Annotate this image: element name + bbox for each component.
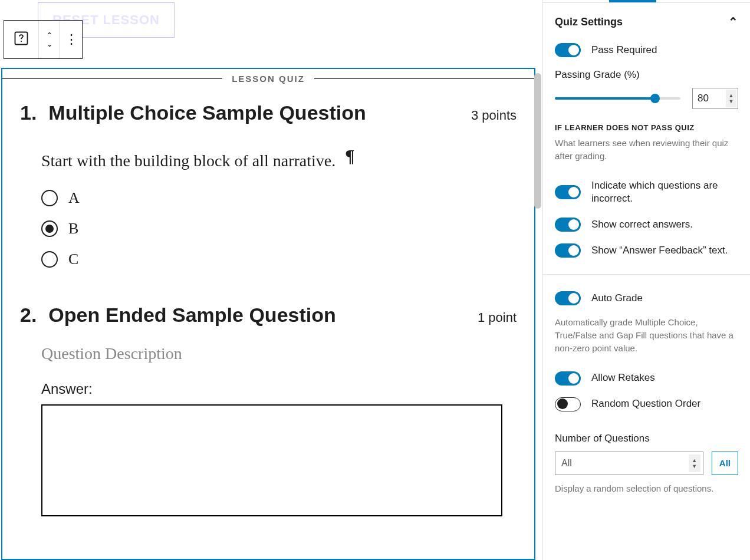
toggle-label: Show “Answer Feedback” text. — [591, 244, 738, 258]
num-questions-help: Display a random selection of questions. — [555, 482, 738, 495]
passing-grade-label: Passing Grade (%) — [555, 63, 738, 88]
question-number: 1. — [20, 101, 37, 124]
answer-textarea[interactable] — [41, 404, 502, 516]
editor-scrollbar[interactable] — [534, 73, 541, 209]
num-questions-all-button[interactable]: All — [712, 452, 738, 475]
radio-icon[interactable] — [41, 220, 58, 237]
question-title[interactable]: Open Ended Sample Question — [48, 304, 466, 327]
panel-title: Quiz Settings — [555, 16, 623, 28]
auto-grade-help: Automatically grade Multiple Choice, Tru… — [555, 316, 738, 354]
toggle-show-feedback[interactable] — [555, 243, 581, 258]
toggle-auto-grade[interactable] — [555, 291, 581, 305]
toggle-allow-retakes[interactable] — [555, 371, 581, 386]
settings-sidebar: Quiz Settings ⌃ Pass Required Passing Gr… — [542, 0, 750, 560]
option-row[interactable]: B — [41, 220, 517, 238]
fail-section-heading: IF LEARNER DOES NOT PASS QUIZ — [555, 123, 738, 132]
question-number: 2. — [20, 304, 37, 327]
passing-grade-slider[interactable] — [555, 97, 680, 100]
question-description[interactable]: Start with the building block of all nar… — [41, 151, 517, 172]
block-type-button[interactable] — [4, 21, 38, 58]
chevron-up-icon: ⌃ — [46, 31, 53, 39]
num-questions-select[interactable]: All ▲▼ — [555, 452, 703, 475]
passing-grade-value: 80 — [698, 93, 709, 104]
toggle-label: Random Question Order — [591, 397, 738, 411]
question-description-placeholder[interactable]: Question Description — [41, 344, 517, 363]
question-description-text: Start with the building block of all nar… — [41, 151, 335, 170]
option-label: A — [68, 189, 80, 207]
toggle-show-correct[interactable] — [555, 218, 581, 232]
fail-section-help: What learners see when reviewing their q… — [555, 137, 738, 163]
panel-toggle-quiz-settings[interactable]: Quiz Settings ⌃ — [543, 3, 750, 37]
toggle-label: Show correct answers. — [591, 218, 738, 232]
num-questions-value: All — [561, 458, 572, 469]
passing-grade-input[interactable]: 80 ▲▼ — [692, 88, 738, 109]
chevron-up-icon: ⌃ — [728, 15, 738, 29]
number-stepper-icon[interactable]: ▲▼ — [689, 454, 700, 472]
number-stepper-icon[interactable]: ▲▼ — [726, 90, 736, 107]
svg-point-1 — [21, 41, 22, 42]
option-label: C — [68, 251, 78, 268]
radio-icon[interactable] — [41, 251, 58, 268]
option-row[interactable]: C — [41, 251, 517, 268]
lesson-quiz-block[interactable]: LESSON QUIZ 1. Multiple Choice Sample Qu… — [1, 68, 535, 560]
toggle-pass-required[interactable] — [555, 43, 581, 57]
question-item[interactable]: 2. Open Ended Sample Question 1 point Qu… — [2, 274, 534, 522]
quiz-section-label: LESSON QUIZ — [232, 74, 305, 84]
block-move-buttons[interactable]: ⌃ ⌃ — [38, 21, 60, 58]
question-item[interactable]: 1. Multiple Choice Sample Question 3 poi… — [2, 84, 534, 274]
toggle-label: Indicate which questions are incorrect. — [591, 179, 738, 206]
toggle-label: Auto Grade — [591, 292, 738, 305]
more-vertical-icon: ⋮ — [65, 32, 78, 47]
pilcrow-icon: ¶ — [345, 146, 354, 166]
question-options: A B C — [41, 189, 517, 268]
num-questions-label: Number of Questions — [555, 427, 738, 452]
question-points[interactable]: 3 points — [471, 108, 517, 123]
option-row[interactable]: A — [41, 189, 517, 207]
block-more-button[interactable]: ⋮ — [60, 21, 82, 58]
quiz-block-header: LESSON QUIZ — [2, 69, 534, 84]
toggle-indicate-incorrect[interactable] — [555, 185, 581, 199]
toggle-label: Pass Required — [591, 44, 738, 57]
block-toolbar: ⌃ ⌃ ⋮ — [4, 20, 83, 59]
chevron-down-icon: ⌃ — [46, 39, 53, 48]
question-title[interactable]: Multiple Choice Sample Question — [48, 101, 459, 124]
question-points[interactable]: 1 point — [478, 310, 517, 325]
toggle-label: Allow Retakes — [591, 371, 738, 385]
option-label: B — [68, 220, 78, 238]
answer-label: Answer: — [41, 381, 517, 397]
question-block-icon — [13, 30, 29, 49]
radio-icon[interactable] — [41, 190, 58, 206]
toggle-random-order[interactable] — [555, 397, 581, 411]
